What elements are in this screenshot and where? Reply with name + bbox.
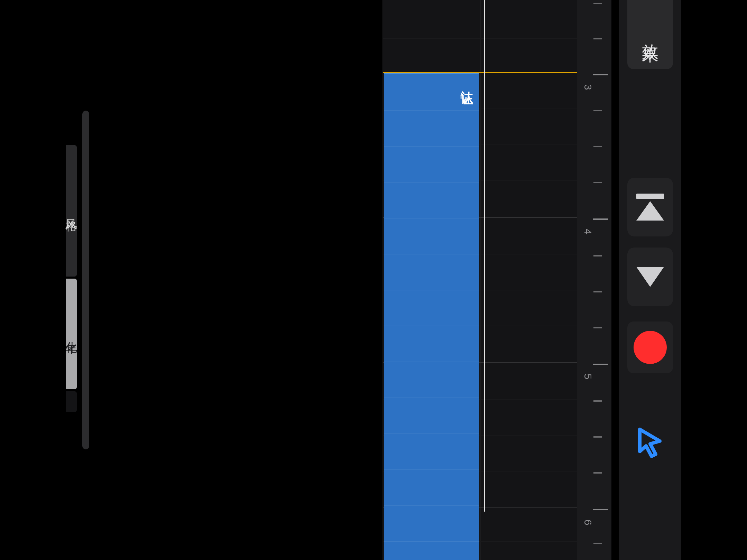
region-subdivision xyxy=(384,362,479,362)
go-to-start-button[interactable] xyxy=(627,178,673,236)
ruler-tick-major xyxy=(593,509,608,510)
ruler-tick xyxy=(593,436,602,438)
region-subdivision xyxy=(384,398,479,398)
play-icon xyxy=(636,267,664,287)
region-subdivision xyxy=(384,505,479,506)
region-subdivision xyxy=(384,110,479,111)
ruler-tick xyxy=(593,255,602,256)
ruler-tick xyxy=(593,38,602,39)
region-subdivision xyxy=(384,182,479,183)
ruler-tick xyxy=(593,327,602,328)
region-subdivision xyxy=(384,326,479,326)
ruler-tick xyxy=(593,400,602,402)
record-button[interactable] xyxy=(627,321,673,373)
left-toolbar-item-label: 化年 xyxy=(63,333,79,335)
ruler-bar-number: 3 xyxy=(582,80,594,94)
play-button[interactable] xyxy=(627,248,673,306)
ruler-bar-number: 6 xyxy=(582,515,594,529)
ruler-tick xyxy=(593,291,602,292)
ruler-tick xyxy=(593,3,602,4)
region-subdivision xyxy=(384,541,479,542)
audio-region[interactable]: 认证 xyxy=(384,73,479,560)
left-toolbar-item-1[interactable]: 风格 xyxy=(66,145,77,277)
region-subdivision xyxy=(384,254,479,254)
region-label: 认证 xyxy=(458,81,475,85)
effects-button-label: 效果 xyxy=(639,31,661,38)
ruler-tick xyxy=(593,146,602,147)
ruler-tick-major xyxy=(593,218,608,220)
ruler-tick xyxy=(593,543,602,544)
region-subdivision xyxy=(384,290,479,290)
record-icon xyxy=(634,331,667,364)
ruler-tick xyxy=(593,182,602,183)
ruler-bar-number: 5 xyxy=(582,370,594,383)
ruler-tick xyxy=(593,110,602,111)
region-subdivision xyxy=(384,469,479,470)
scrollbar-vertical[interactable] xyxy=(82,111,89,449)
timeline-ruler[interactable]: 3 4 5 6 xyxy=(577,0,611,560)
left-toolbar-tail xyxy=(66,391,77,412)
ruler-tick-major xyxy=(593,74,608,75)
go-to-start-icon xyxy=(636,194,664,221)
region-subdivision xyxy=(384,218,479,218)
ruler-tick xyxy=(593,472,602,474)
track-separator xyxy=(480,0,481,560)
playhead[interactable] xyxy=(484,0,485,512)
left-toolbar-item-2[interactable]: 化年 xyxy=(66,279,77,389)
region-subdivision xyxy=(384,146,479,147)
transport-controls: 效果 xyxy=(619,0,681,560)
left-toolbar-item-label: 风格 xyxy=(63,209,79,212)
cursor-pointer-icon xyxy=(633,425,667,460)
ruler-bar-number: 4 xyxy=(582,225,594,239)
ruler-tick-major xyxy=(593,364,608,365)
left-toolbar-cropped: 风格 化年 xyxy=(66,145,77,408)
effects-button[interactable]: 效果 xyxy=(627,0,673,69)
app-stage: 风格 化年 认证 xyxy=(66,0,681,560)
region-subdivision xyxy=(384,433,479,434)
